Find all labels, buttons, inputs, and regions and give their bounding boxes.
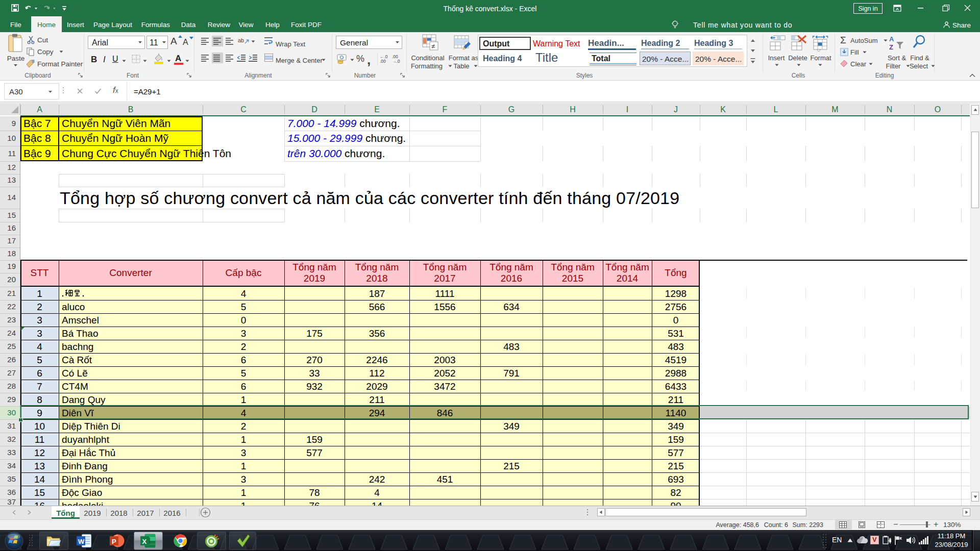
svg-text:→.0: →.0: [392, 59, 400, 64]
svg-text:P: P: [112, 538, 116, 545]
svg-text:X: X: [142, 538, 147, 545]
svg-text:Z: Z: [889, 43, 893, 51]
svg-text:≠: ≠: [431, 42, 435, 50]
svg-text:ab: ab: [238, 37, 244, 43]
svg-text:.00: .00: [380, 59, 386, 64]
svg-text:W: W: [78, 538, 85, 545]
svg-text:A: A: [889, 35, 894, 43]
